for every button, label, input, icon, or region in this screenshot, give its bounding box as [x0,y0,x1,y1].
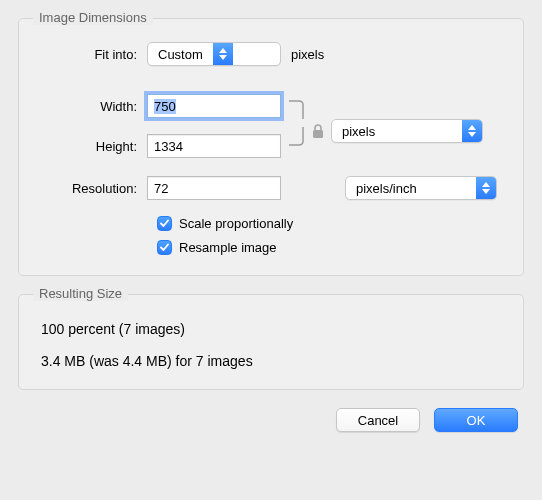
width-input[interactable] [147,94,281,118]
cancel-button[interactable]: Cancel [336,408,420,432]
scale-proportionally-label: Scale proportionally [179,216,293,231]
ok-button-label: OK [467,413,486,428]
resolution-unit-select[interactable]: pixels/inch [345,176,497,200]
resolution-label: Resolution: [37,181,147,196]
resolution-row: Resolution: pixels/inch [37,173,505,203]
resolution-input[interactable] [147,176,281,200]
fit-into-row: Fit into: Custom pixels [37,39,505,69]
height-input[interactable] [147,134,281,158]
button-bar: Cancel OK [18,408,524,432]
dimensions-unit-text: pixels [332,120,462,142]
lock-icon[interactable] [309,91,331,171]
resulting-size-title: Resulting Size [33,286,128,301]
svg-marker-0 [219,48,227,53]
dimensions-unit-select[interactable]: pixels [331,119,483,143]
resolution-unit-text: pixels/inch [346,177,476,199]
chevron-up-down-icon [462,120,482,142]
svg-marker-3 [468,125,476,130]
svg-rect-2 [313,130,323,138]
chevron-up-down-icon [476,177,496,199]
link-bracket [287,91,309,171]
resample-image-label: Resample image [179,240,277,255]
check-icon [157,240,172,255]
fit-into-selected-text: Custom [148,43,213,65]
image-dimensions-title: Image Dimensions [33,10,153,25]
height-label: Height: [37,139,147,154]
ok-button[interactable]: OK [434,408,518,432]
fit-into-unit-text: pixels [281,47,324,62]
svg-marker-6 [482,189,490,194]
svg-marker-1 [219,55,227,60]
width-label: Width: [37,99,147,114]
check-icon [157,216,172,231]
cancel-button-label: Cancel [358,413,398,428]
image-dimensions-group: Image Dimensions Fit into: Custom pixels… [18,18,524,276]
height-row: Height: [37,131,281,161]
result-size-text: 3.4 MB (was 4.4 MB) for 7 images [41,353,505,369]
svg-marker-4 [468,132,476,137]
fit-into-label: Fit into: [37,47,147,62]
fit-into-select[interactable]: Custom [147,42,281,66]
svg-marker-5 [482,182,490,187]
width-row: Width: [37,91,281,121]
resample-image-checkbox[interactable]: Resample image [157,235,505,259]
result-percent-text: 100 percent (7 images) [41,321,505,337]
chevron-up-down-icon [213,43,233,65]
resulting-size-group: Resulting Size 100 percent (7 images) 3.… [18,294,524,390]
scale-proportionally-checkbox[interactable]: Scale proportionally [157,211,505,235]
